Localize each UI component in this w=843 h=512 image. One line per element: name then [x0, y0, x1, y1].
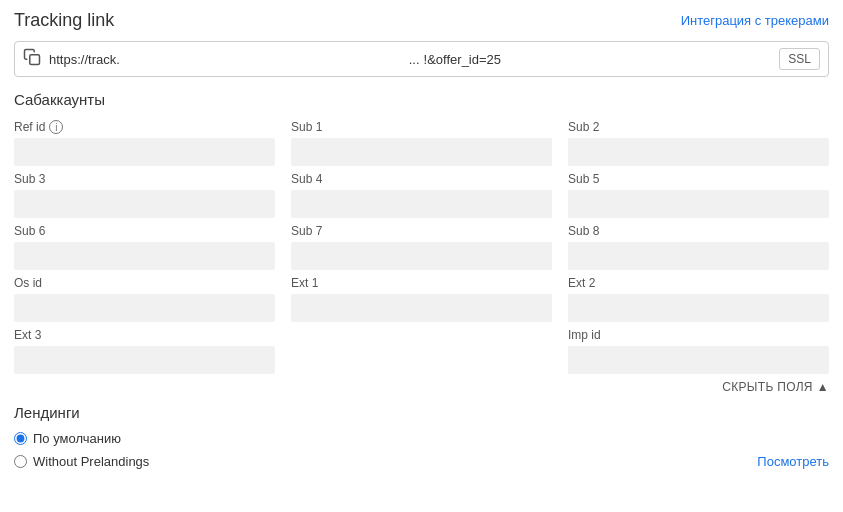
input-ref-id[interactable]	[14, 138, 275, 166]
label-imp-id: Imp id	[568, 328, 829, 342]
field-ext1: Ext 1	[291, 276, 552, 322]
field-sub8: Sub 8	[568, 224, 829, 270]
fields-row-2: Sub 3 Sub 4 Sub 5	[14, 172, 829, 218]
copy-icon[interactable]	[23, 48, 41, 70]
label-sub7: Sub 7	[291, 224, 552, 238]
input-sub2[interactable]	[568, 138, 829, 166]
radio-row-default: По умолчанию	[14, 431, 829, 446]
radio-default-label[interactable]: По умолчанию	[33, 431, 121, 446]
page-header: Tracking link Интеграция с трекерами	[14, 10, 829, 31]
field-ext2: Ext 2	[568, 276, 829, 322]
arrow-up-icon: ▲	[817, 380, 829, 394]
label-sub5: Sub 5	[568, 172, 829, 186]
view-link[interactable]: Посмотреть	[757, 454, 829, 469]
input-ext1[interactable]	[291, 294, 552, 322]
radio-without-row: Without Prelandings Посмотреть	[14, 454, 829, 469]
label-sub8: Sub 8	[568, 224, 829, 238]
input-os-id[interactable]	[14, 294, 275, 322]
hide-fields-button[interactable]: СКРЫТЬ ПОЛЯ ▲	[722, 380, 829, 394]
label-sub1: Sub 1	[291, 120, 552, 134]
label-sub3: Sub 3	[14, 172, 275, 186]
input-sub8[interactable]	[568, 242, 829, 270]
input-sub6[interactable]	[14, 242, 275, 270]
hide-fields-row: СКРЫТЬ ПОЛЯ ▲	[14, 380, 829, 394]
label-os-id: Os id	[14, 276, 275, 290]
field-sub4: Sub 4	[291, 172, 552, 218]
field-sub2: Sub 2	[568, 120, 829, 166]
info-icon-ref-id[interactable]: i	[49, 120, 63, 134]
integration-link[interactable]: Интеграция с трекерами	[681, 13, 829, 28]
radio-row-without: Without Prelandings	[14, 454, 149, 469]
url-bar: https://track. ... !&offer_id=25 SSL	[14, 41, 829, 77]
field-empty	[291, 328, 552, 374]
radio-without-label[interactable]: Without Prelandings	[33, 454, 149, 469]
landings-section: Лендинги По умолчанию Without Prelanding…	[14, 404, 829, 469]
url-text-end: !&offer_id=25	[424, 52, 780, 67]
label-sub2: Sub 2	[568, 120, 829, 134]
label-ext3: Ext 3	[14, 328, 275, 342]
url-text-start: https://track.	[49, 52, 405, 67]
input-sub1[interactable]	[291, 138, 552, 166]
radio-default[interactable]	[14, 432, 27, 445]
field-sub5: Sub 5	[568, 172, 829, 218]
url-dots: ...	[409, 52, 420, 67]
input-sub5[interactable]	[568, 190, 829, 218]
input-sub4[interactable]	[291, 190, 552, 218]
ssl-badge[interactable]: SSL	[779, 48, 820, 70]
field-os-id: Os id	[14, 276, 275, 322]
input-sub7[interactable]	[291, 242, 552, 270]
label-ref-id: Ref id i	[14, 120, 275, 134]
field-ref-id: Ref id i	[14, 120, 275, 166]
field-sub3: Sub 3	[14, 172, 275, 218]
input-imp-id[interactable]	[568, 346, 829, 374]
input-ext3[interactable]	[14, 346, 275, 374]
label-sub4: Sub 4	[291, 172, 552, 186]
svg-rect-0	[30, 55, 40, 65]
fields-row-1: Ref id i Sub 1 Sub 2	[14, 120, 829, 166]
page-title: Tracking link	[14, 10, 114, 31]
subaccounts-section: Сабаккаунты Ref id i Sub 1 Sub 2 Sub 3 S…	[14, 91, 829, 394]
subaccounts-title: Сабаккаунты	[14, 91, 829, 108]
field-sub6: Sub 6	[14, 224, 275, 270]
label-ext1: Ext 1	[291, 276, 552, 290]
field-sub7: Sub 7	[291, 224, 552, 270]
label-ext2: Ext 2	[568, 276, 829, 290]
label-sub6: Sub 6	[14, 224, 275, 238]
fields-row-5: Ext 3 Imp id	[14, 328, 829, 374]
radio-without[interactable]	[14, 455, 27, 468]
input-ext2[interactable]	[568, 294, 829, 322]
fields-row-3: Sub 6 Sub 7 Sub 8	[14, 224, 829, 270]
field-imp-id: Imp id	[568, 328, 829, 374]
fields-row-4: Os id Ext 1 Ext 2	[14, 276, 829, 322]
field-ext3: Ext 3	[14, 328, 275, 374]
input-sub3[interactable]	[14, 190, 275, 218]
landings-title: Лендинги	[14, 404, 829, 421]
field-sub1: Sub 1	[291, 120, 552, 166]
